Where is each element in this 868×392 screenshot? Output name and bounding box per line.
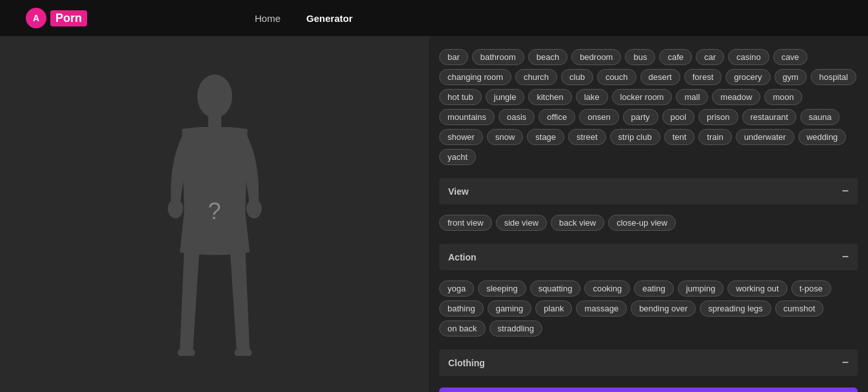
action-tag[interactable]: on back	[439, 320, 486, 337]
location-tag[interactable]: bus	[625, 49, 655, 65]
view-section-title: View	[448, 186, 469, 197]
view-tag[interactable]: side view	[496, 215, 547, 231]
action-collapse-icon[interactable]: −	[842, 250, 849, 264]
clothing-collapse-icon[interactable]: −	[842, 356, 849, 369]
location-tag[interactable]: moon	[764, 89, 802, 105]
view-collapse-icon[interactable]: −	[842, 184, 849, 198]
svg-point-3	[246, 199, 262, 218]
location-tag[interactable]: mountains	[439, 109, 495, 125]
action-tag[interactable]: gaming	[488, 300, 532, 317]
action-tag[interactable]: straddling	[489, 320, 542, 337]
clothing-section-title: Clothing	[448, 358, 485, 368]
clothing-section-header[interactable]: Clothing −	[439, 349, 858, 376]
location-tag[interactable]: jungle	[486, 89, 525, 105]
action-tag[interactable]: bending over	[631, 300, 696, 317]
location-tag[interactable]: desert	[640, 69, 680, 85]
left-panel: ?	[0, 36, 429, 392]
view-tag[interactable]: close-up view	[608, 215, 676, 231]
location-tag[interactable]: changing room	[439, 69, 511, 85]
location-tag[interactable]: club	[561, 69, 593, 85]
action-tag[interactable]: plank	[535, 300, 572, 317]
generator-nav-link[interactable]: Generator	[306, 13, 353, 24]
action-tag[interactable]: spreading legs	[700, 300, 771, 317]
clothing-section: Clothing −	[439, 349, 858, 376]
action-tag[interactable]: yoga	[439, 280, 474, 297]
view-tag[interactable]: front view	[439, 215, 492, 231]
location-tag[interactable]: pool	[662, 109, 695, 125]
location-tags-wrap: barbathroombeachbedroombuscafecarcasinoc…	[439, 44, 858, 170]
svg-point-2	[168, 199, 183, 218]
location-tag[interactable]: snow	[487, 129, 523, 145]
svg-point-0	[197, 74, 232, 118]
location-tag[interactable]: lake	[576, 89, 608, 105]
logo: A Porn	[26, 8, 87, 28]
action-tag[interactable]: massage	[576, 300, 627, 317]
silhouette-container: ?	[150, 66, 279, 362]
location-tag[interactable]: bedroom	[571, 49, 621, 65]
action-tag[interactable]: jumping	[678, 280, 724, 297]
question-mark: ?	[208, 198, 221, 225]
action-tag[interactable]: bathing	[439, 300, 484, 317]
location-tag[interactable]: yacht	[439, 149, 476, 165]
action-section-title: Action	[448, 252, 477, 262]
right-panel[interactable]: barbathroombeachbedroombuscafecarcasinoc…	[429, 36, 868, 392]
location-tag[interactable]: wedding	[798, 129, 846, 145]
location-tag[interactable]: underwater	[736, 129, 794, 145]
location-tag[interactable]: cave	[773, 49, 807, 65]
location-tag[interactable]: train	[698, 129, 731, 145]
location-tag[interactable]: stage	[527, 129, 564, 145]
action-tag[interactable]: cooking	[584, 280, 630, 297]
location-tag[interactable]: casino	[728, 49, 769, 65]
location-tag[interactable]: couch	[597, 69, 636, 85]
location-tag[interactable]: hospital	[811, 69, 856, 85]
location-tag[interactable]: beach	[528, 49, 567, 65]
view-section: View − front viewside viewback viewclose…	[439, 178, 858, 236]
location-tag[interactable]: kitchen	[528, 89, 571, 105]
action-tag[interactable]: eating	[634, 280, 673, 297]
location-tag[interactable]: meadow	[712, 89, 760, 105]
location-tag[interactable]: cafe	[659, 49, 692, 65]
location-tag[interactable]: church	[515, 69, 557, 85]
location-tag[interactable]: tent	[664, 129, 695, 145]
location-tag[interactable]: car	[696, 49, 724, 65]
navbar: A Porn Home Generator	[0, 0, 868, 36]
logo-text: Porn	[50, 10, 87, 26]
view-tag[interactable]: back view	[551, 215, 604, 231]
location-tag[interactable]: onsen	[579, 109, 618, 125]
location-tags-section: barbathroombeachbedroombuscafecarcasinoc…	[439, 44, 858, 170]
location-tag[interactable]: locker room	[612, 89, 673, 105]
location-tag[interactable]: strip club	[610, 129, 660, 145]
location-tag[interactable]: office	[538, 109, 575, 125]
location-tag[interactable]: grocery	[725, 69, 770, 85]
main-layout: ? barbathroombeachbedroombuscafecarcasin…	[0, 36, 868, 392]
logo-icon: A	[26, 8, 46, 28]
location-tag[interactable]: sauna	[800, 109, 840, 125]
action-tag[interactable]: sleeping	[478, 280, 526, 297]
location-tag[interactable]: gym	[774, 69, 807, 85]
location-tag[interactable]: oasis	[498, 109, 535, 125]
nav-links: Home Generator	[255, 13, 353, 24]
view-tags-wrap: front viewside viewback viewclose-up vie…	[439, 210, 858, 236]
action-tag[interactable]: cumshot	[775, 300, 824, 317]
location-tag[interactable]: party	[623, 109, 658, 125]
location-tag[interactable]: bathroom	[472, 49, 524, 65]
action-tag[interactable]: t-pose	[791, 280, 831, 297]
action-section: Action − yogasleepingsquattingcookingeat…	[439, 244, 858, 342]
location-tag[interactable]: forest	[684, 69, 722, 85]
action-tags-wrap: yogasleepingsquattingcookingeatingjumpin…	[439, 275, 858, 342]
generate-button[interactable]: Generate	[439, 387, 858, 392]
location-tag[interactable]: restaurant	[742, 109, 797, 125]
location-tag[interactable]: bar	[439, 49, 468, 65]
location-tag[interactable]: street	[568, 129, 606, 145]
action-section-header[interactable]: Action −	[439, 244, 858, 270]
location-tag[interactable]: prison	[698, 109, 738, 125]
home-nav-link[interactable]: Home	[255, 13, 281, 24]
view-section-header[interactable]: View −	[439, 178, 858, 204]
action-tag[interactable]: working out	[727, 280, 787, 297]
location-tag[interactable]: mall	[676, 89, 708, 105]
location-tag[interactable]: hot tub	[439, 89, 482, 105]
action-tag[interactable]: squatting	[530, 280, 581, 297]
location-tag[interactable]: shower	[439, 129, 483, 145]
